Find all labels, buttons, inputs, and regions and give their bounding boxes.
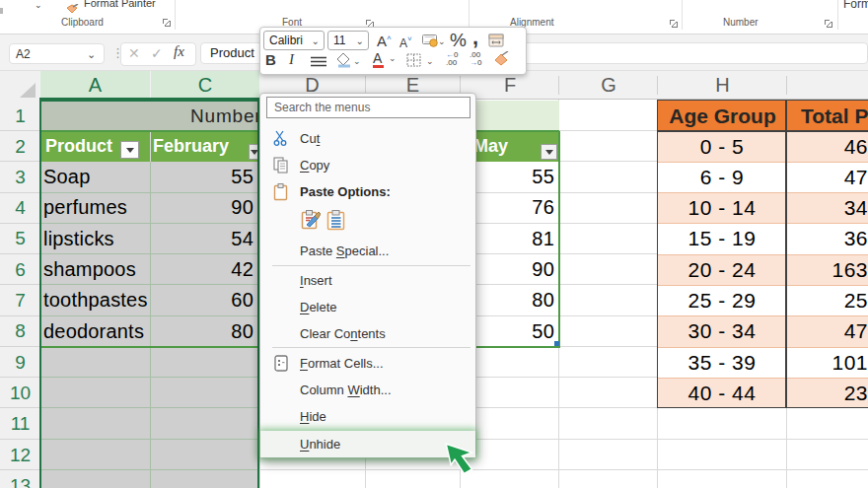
svg-text:⌄: ⌄ — [438, 36, 444, 46]
svg-text:⌄: ⌄ — [353, 56, 361, 66]
svg-text:⌄: ⌄ — [426, 56, 434, 66]
